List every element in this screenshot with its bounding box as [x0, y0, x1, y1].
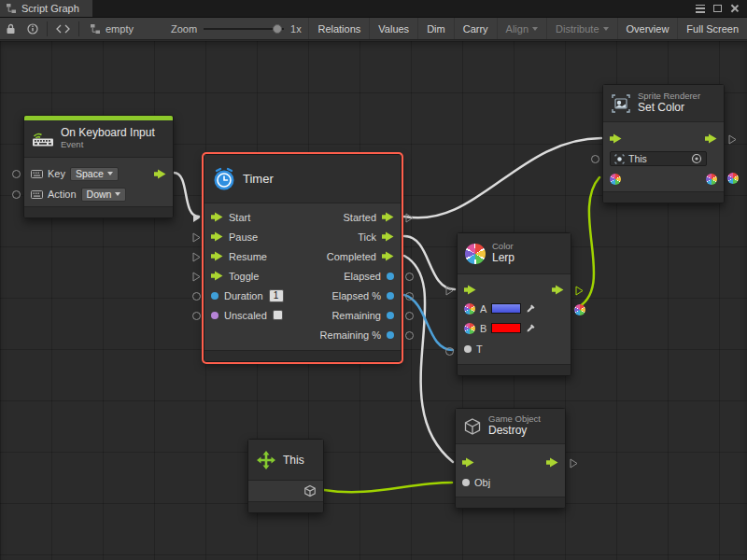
node-title: Timer — [243, 172, 274, 186]
flow-port-marker[interactable] — [405, 213, 414, 225]
color-input-port[interactable] — [610, 174, 621, 185]
align-button[interactable]: Align — [497, 18, 546, 39]
flow-output-port[interactable] — [552, 285, 564, 295]
flow-output-port[interactable] — [382, 231, 394, 242]
node-timer[interactable]: Timer Start Started Pause — [204, 154, 402, 362]
value-input-port[interactable] — [464, 345, 472, 353]
action-dropdown[interactable]: Down — [81, 188, 127, 202]
eyedropper-icon[interactable] — [526, 303, 536, 314]
node-set-color[interactable]: Sprite Renderer Set Color This — [602, 84, 725, 203]
value-port-marker[interactable] — [591, 155, 599, 163]
color-port-marker[interactable] — [727, 173, 739, 184]
port-label: A — [480, 303, 486, 315]
color-port-icon[interactable] — [464, 303, 475, 315]
flow-port-marker[interactable] — [575, 286, 584, 298]
full-screen-button[interactable]: Full Screen — [677, 18, 747, 39]
value-output-port[interactable] — [387, 292, 394, 300]
port-label: Completed — [327, 251, 376, 262]
wire-this-to-destroy-obj[interactable] — [324, 483, 452, 492]
flow-port-marker[interactable] — [570, 458, 578, 470]
unscaled-checkbox[interactable] — [273, 310, 283, 320]
flow-input-port[interactable] — [211, 271, 223, 281]
flow-input-port[interactable] — [464, 285, 476, 295]
value-output-port[interactable] — [387, 312, 394, 319]
color-field-b[interactable] — [491, 323, 521, 333]
flow-output-port[interactable] — [382, 212, 394, 222]
color-field-a[interactable] — [491, 303, 521, 314]
node-header[interactable]: This — [248, 440, 323, 481]
tab-script-graph[interactable]: Script Graph — [0, 0, 92, 17]
port-label: Obj — [474, 477, 490, 488]
wire-keyboard-to-timer-start[interactable] — [174, 173, 199, 217]
wire-timer-started-to-setcolor[interactable] — [404, 138, 601, 217]
maximize-icon[interactable] — [713, 5, 722, 12]
flow-port-marker[interactable] — [728, 134, 737, 147]
flow-port-marker[interactable] — [192, 252, 201, 264]
node-header[interactable]: Color Lerp — [458, 233, 571, 274]
wire-timer-elapsedpct-to-lerp-t[interactable] — [404, 295, 453, 350]
value-port-marker[interactable] — [405, 292, 414, 301]
node-this[interactable]: This — [247, 439, 324, 513]
color-port-marker[interactable] — [574, 304, 585, 315]
value-port-marker[interactable] — [192, 292, 201, 301]
node-color-lerp[interactable]: Color Lerp A — [457, 232, 571, 376]
value-input-port[interactable] — [12, 170, 21, 178]
flow-port-marker[interactable] — [192, 213, 201, 225]
flow-output-port[interactable] — [705, 133, 717, 144]
zoom-slider[interactable] — [204, 23, 284, 35]
node-header[interactable]: On Keyboard Input Event — [24, 120, 173, 158]
eyedropper-icon[interactable] — [526, 323, 536, 333]
object-picker-icon[interactable] — [691, 153, 702, 164]
value-port-marker[interactable] — [192, 312, 201, 320]
gameobject-output-port[interactable] — [303, 484, 317, 497]
action-dropdown-value: Down — [87, 189, 112, 200]
values-button[interactable]: Values — [369, 18, 417, 39]
graph-canvas[interactable]: On Keyboard Input Event Key Space — [0, 41, 747, 560]
flow-port-marker[interactable] — [445, 286, 454, 298]
flow-input-port[interactable] — [462, 457, 474, 468]
value-input-port[interactable] — [211, 312, 218, 319]
port-label: Unscaled — [224, 310, 267, 321]
color-port-icon[interactable] — [464, 323, 475, 334]
flow-output-port[interactable] — [382, 251, 394, 261]
color-output-port[interactable] — [706, 174, 717, 185]
overview-button[interactable]: Overview — [617, 18, 678, 39]
info-button[interactable] — [21, 18, 44, 39]
distribute-button[interactable]: Distribute — [546, 18, 616, 39]
zoom-slider-thumb[interactable] — [273, 24, 282, 34]
node-destroy[interactable]: Game Object Destroy Obj — [455, 408, 566, 509]
chevrons-button[interactable] — [50, 18, 76, 39]
dim-button[interactable]: Dim — [417, 18, 454, 39]
key-dropdown[interactable]: Space — [70, 167, 119, 181]
window-controls — [696, 0, 747, 17]
relations-button[interactable]: Relations — [308, 18, 369, 39]
close-icon[interactable] — [730, 4, 740, 13]
flow-output-port[interactable] — [154, 169, 166, 179]
duration-input[interactable] — [269, 289, 284, 302]
flow-input-port[interactable] — [610, 133, 622, 144]
value-input-port[interactable] — [12, 190, 21, 199]
value-port-marker[interactable] — [405, 331, 414, 340]
carry-button[interactable]: Carry — [454, 18, 497, 39]
value-output-port[interactable] — [387, 273, 394, 280]
node-header[interactable]: Timer — [204, 155, 401, 203]
value-port-marker[interactable] — [405, 273, 414, 281]
node-header[interactable]: Game Object Destroy — [456, 409, 565, 444]
lock-button[interactable] — [0, 18, 21, 39]
flow-input-port[interactable] — [211, 212, 223, 222]
flow-port-marker[interactable] — [192, 272, 201, 284]
target-field[interactable]: This — [610, 151, 707, 166]
graph-breadcrumb[interactable]: empty — [82, 18, 141, 39]
value-input-port[interactable] — [211, 292, 218, 300]
value-port-marker[interactable] — [445, 347, 454, 356]
menu-icon[interactable] — [696, 5, 705, 13]
value-output-port[interactable] — [387, 331, 394, 339]
node-on-keyboard-input[interactable]: On Keyboard Input Event Key Space — [23, 115, 174, 218]
value-port-marker[interactable] — [405, 312, 414, 320]
flow-input-port[interactable] — [211, 251, 223, 261]
flow-port-marker[interactable] — [192, 232, 201, 245]
object-input-port[interactable] — [462, 479, 470, 486]
flow-output-port[interactable] — [546, 457, 558, 468]
node-header[interactable]: Sprite Renderer Set Color — [603, 85, 724, 122]
flow-input-port[interactable] — [211, 231, 223, 242]
